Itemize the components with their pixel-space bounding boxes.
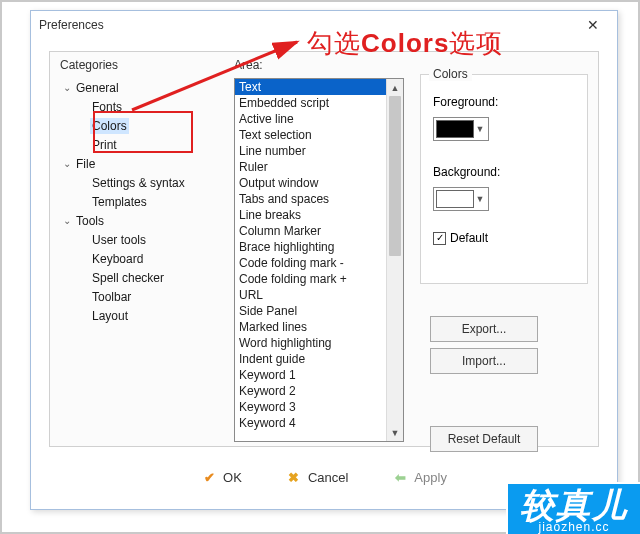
area-item[interactable]: Column Marker <box>235 223 386 239</box>
background-swatch[interactable]: ▼ <box>433 187 489 211</box>
colors-group-title: Colors <box>429 67 472 81</box>
tree-general[interactable]: ⌄General <box>60 78 228 97</box>
titlebar: Preferences ✕ <box>31 11 617 39</box>
tree-colors[interactable]: Colors <box>60 116 228 135</box>
apply-icon: ⬅ <box>392 469 408 485</box>
area-item[interactable]: Embedded script <box>235 95 386 111</box>
categories-label: Categories <box>60 58 118 72</box>
area-item[interactable]: Indent guide <box>235 351 386 367</box>
area-item[interactable]: Code folding mark + <box>235 271 386 287</box>
area-item[interactable]: Active line <box>235 111 386 127</box>
scrollbar[interactable]: ▲ ▼ <box>386 79 403 441</box>
checkmark-icon: ✔ <box>201 469 217 485</box>
tree-templates[interactable]: Templates <box>60 192 228 211</box>
foreground-swatch[interactable]: ▼ <box>433 117 489 141</box>
default-checkbox-row[interactable]: ✓ Default <box>433 231 488 245</box>
scroll-thumb[interactable] <box>389 96 401 256</box>
colors-group: Colors Foreground: ▼ Background: ▼ ✓ Def… <box>420 74 588 284</box>
reset-default-button[interactable]: Reset Default <box>430 426 538 452</box>
export-button[interactable]: Export... <box>430 316 538 342</box>
tree-spell-checker[interactable]: Spell checker <box>60 268 228 287</box>
area-item[interactable]: Word highlighting <box>235 335 386 351</box>
area-item[interactable]: Text <box>235 79 386 95</box>
area-item[interactable]: Tabs and spaces <box>235 191 386 207</box>
chevron-down-icon: ⌄ <box>60 215 74 226</box>
chevron-down-icon: ⌄ <box>60 158 74 169</box>
area-item[interactable]: Line number <box>235 143 386 159</box>
scroll-down-icon[interactable]: ▼ <box>387 424 403 441</box>
close-icon: ✕ <box>587 17 599 33</box>
ok-button[interactable]: ✔OK <box>189 464 254 490</box>
cancel-icon: ✖ <box>286 469 302 485</box>
foreground-label: Foreground: <box>433 95 498 109</box>
tree-file[interactable]: ⌄File <box>60 154 228 173</box>
watermark-logo: 较真儿 jiaozhen.cc <box>506 482 640 534</box>
tree-layout[interactable]: Layout <box>60 306 228 325</box>
close-button[interactable]: ✕ <box>577 14 609 36</box>
scroll-up-icon[interactable]: ▲ <box>387 79 403 96</box>
checkmark-icon: ✓ <box>436 233 444 243</box>
chevron-down-icon: ▼ <box>474 194 486 204</box>
area-item[interactable]: Keyword 2 <box>235 383 386 399</box>
area-item[interactable]: Text selection <box>235 127 386 143</box>
area-item[interactable]: Side Panel <box>235 303 386 319</box>
watermark-text: 较真儿 <box>520 488 628 522</box>
foreground-color-well <box>436 120 474 138</box>
categories-tree: ⌄General Fonts Colors Print ⌄File Settin… <box>60 78 228 436</box>
area-item[interactable]: Keyword 4 <box>235 415 386 431</box>
tree-settings-syntax[interactable]: Settings & syntax <box>60 173 228 192</box>
tree-keyboard[interactable]: Keyboard <box>60 249 228 268</box>
tree-fonts[interactable]: Fonts <box>60 97 228 116</box>
preferences-dialog: Preferences ✕ Categories Area: ⌄General … <box>30 10 618 510</box>
apply-button[interactable]: ⬅Apply <box>380 464 459 490</box>
tree-tools[interactable]: ⌄Tools <box>60 211 228 230</box>
area-item[interactable]: Keyword 1 <box>235 367 386 383</box>
area-label: Area: <box>234 58 263 72</box>
window-title: Preferences <box>39 18 104 32</box>
cancel-button[interactable]: ✖Cancel <box>274 464 360 490</box>
area-item[interactable]: Line breaks <box>235 207 386 223</box>
area-listbox[interactable]: TextEmbedded scriptActive lineText selec… <box>234 78 404 442</box>
area-item[interactable]: Ruler <box>235 159 386 175</box>
import-button[interactable]: Import... <box>430 348 538 374</box>
chevron-down-icon: ⌄ <box>60 82 74 93</box>
background-label: Background: <box>433 165 500 179</box>
default-label: Default <box>450 231 488 245</box>
tree-print[interactable]: Print <box>60 135 228 154</box>
background-color-well <box>436 190 474 208</box>
tree-user-tools[interactable]: User tools <box>60 230 228 249</box>
area-item[interactable]: Code folding mark - <box>235 255 386 271</box>
area-item[interactable]: Keyword 3 <box>235 399 386 415</box>
content-area: Categories Area: ⌄General Fonts Colors P… <box>49 51 599 447</box>
area-item[interactable]: Brace highlighting <box>235 239 386 255</box>
area-item[interactable]: Marked lines <box>235 319 386 335</box>
chevron-down-icon: ▼ <box>474 124 486 134</box>
page-root: Preferences ✕ Categories Area: ⌄General … <box>0 0 640 534</box>
default-checkbox[interactable]: ✓ <box>433 232 446 245</box>
area-item[interactable]: URL <box>235 287 386 303</box>
tree-toolbar[interactable]: Toolbar <box>60 287 228 306</box>
area-item[interactable]: Output window <box>235 175 386 191</box>
area-list-items: TextEmbedded scriptActive lineText selec… <box>235 79 386 441</box>
